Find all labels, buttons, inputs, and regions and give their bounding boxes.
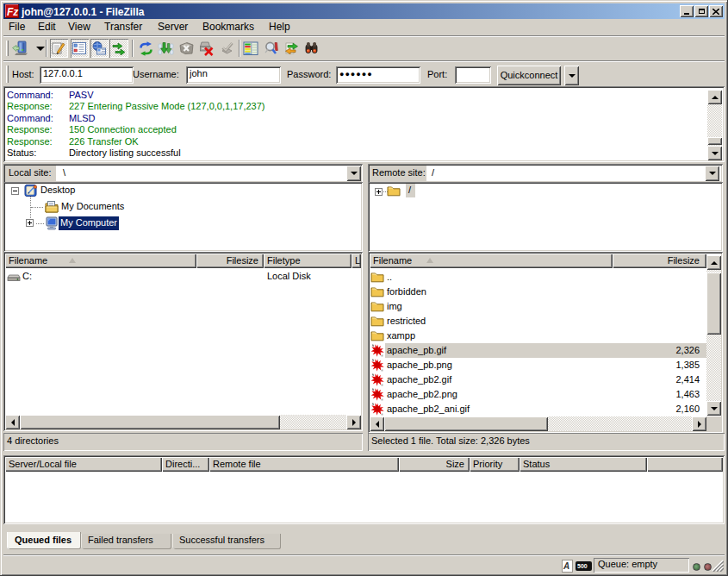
svg-text:Fz: Fz [7,6,18,18]
